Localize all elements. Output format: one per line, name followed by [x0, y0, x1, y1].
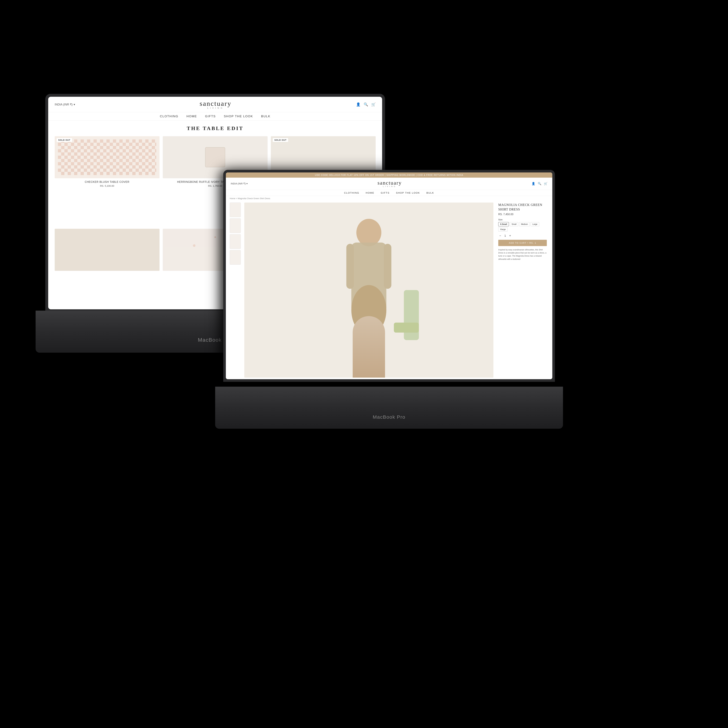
svg-rect-7: [394, 323, 419, 333]
front-region-selector[interactable]: INDIA (INR ₹) ▾: [231, 182, 248, 185]
back-laptop-shadow: [20, 479, 375, 492]
front-nav-gifts[interactable]: GIFTS: [381, 191, 390, 194]
search-icon[interactable]: 🔍: [364, 102, 368, 107]
front-screen-frame: USE CODE HELLO10 FOR FLAT 10% OFF ON 1ST…: [223, 170, 555, 382]
nav-shop-the-look[interactable]: SHOP THE LOOK: [224, 115, 253, 118]
front-header-icons: 👤 🔍 🛒: [532, 182, 548, 185]
grid-image: [55, 229, 159, 271]
front-nav-shop-the-look[interactable]: SHOP THE LOOK: [396, 191, 420, 194]
back-header-icons: 👤 🔍 🛒: [356, 102, 376, 107]
back-top-bar: INDIA (INR ₹) ▾ sanctuary LIVING 👤 🔍 🛒: [48, 97, 382, 112]
thumbnail-4[interactable]: [230, 250, 241, 265]
checker-image: [55, 136, 159, 178]
front-base: [215, 387, 563, 429]
cart-icon[interactable]: 🛒: [371, 102, 376, 107]
product-card-4[interactable]: [55, 229, 159, 308]
size-label: Size:: [498, 219, 547, 221]
breadcrumb: Home > Magnolia Check Green Shirt Dress: [226, 196, 552, 201]
front-brand-logo: sanctuary LIVING: [378, 180, 402, 187]
front-nav-clothing[interactable]: CLOTHING: [344, 191, 359, 194]
add-to-cart-button[interactable]: ADD TO CART • RS. 1: [498, 240, 547, 246]
thumbnail-2[interactable]: [230, 219, 241, 233]
sold-out-badge-3: SOLD OUT: [273, 138, 288, 142]
size-xsmall[interactable]: X.Small: [498, 222, 509, 226]
nav-home[interactable]: HOME: [187, 115, 197, 118]
back-brand-logo: sanctuary LIVING: [200, 99, 231, 109]
front-top-bar: INDIA (INR ₹) ▾ sanctuary LIVING 👤 🔍 🛒: [226, 177, 552, 190]
front-cart-icon[interactable]: 🛒: [544, 182, 548, 185]
svg-point-5: [352, 285, 386, 335]
front-screen-content: USE CODE HELLO10 FOR FLAT 10% OFF ON 1ST…: [226, 173, 552, 379]
page-title: THE TABLE EDIT: [48, 121, 382, 135]
chevron-down-icon-front: ▾: [246, 182, 248, 185]
front-laptop-shadow: [210, 523, 566, 535]
product-detail-title: MAGNOLIA CHECK GREEN SHIRT DRESS: [498, 203, 547, 212]
promo-bar: USE CODE HELLO10 FOR FLAT 10% OFF ON 1ST…: [226, 173, 552, 177]
thumbnail-3[interactable]: [230, 234, 241, 249]
svg-rect-6: [404, 290, 419, 340]
product-detail-price: RS. 7,450.00: [498, 213, 547, 216]
qty-increase-button[interactable]: +: [508, 234, 512, 237]
sold-out-badge-1: SOLD OUT: [57, 138, 72, 142]
thumbnail-strip: [230, 203, 241, 378]
qty-value: 1: [505, 234, 506, 237]
front-account-icon[interactable]: 👤: [532, 182, 535, 185]
quantity-row: − 1 +: [498, 234, 547, 237]
product-price-1: RS. 5,100.00: [55, 184, 159, 187]
size-small[interactable]: Small: [510, 222, 518, 226]
front-website: USE CODE HELLO10 FOR FLAT 10% OFF ON 1ST…: [226, 173, 552, 379]
back-region-selector[interactable]: INDIA (INR ₹) ▾: [55, 103, 75, 106]
size-xlarge[interactable]: Xlarge: [498, 227, 508, 231]
product-image-1: SOLD OUT: [55, 136, 159, 178]
scene: INDIA (INR ₹) ▾ sanctuary LIVING 👤 🔍 🛒: [0, 0, 728, 728]
product-info-panel: MAGNOLIA CHECK GREEN SHIRT DRESS RS. 7,4…: [497, 203, 548, 378]
account-icon[interactable]: 👤: [356, 102, 361, 107]
qty-decrease-button[interactable]: −: [498, 234, 502, 237]
front-nav: CLOTHING HOME GIFTS SHOP THE LOOK BULK: [226, 190, 552, 196]
nav-bulk[interactable]: BULK: [261, 115, 271, 118]
svg-rect-3: [346, 244, 354, 289]
nav-gifts[interactable]: GIFTS: [205, 115, 216, 118]
product-card-1[interactable]: SOLD OUT CHECKER BLUSH TABLE COVER RS. 5…: [55, 136, 159, 225]
product-detail: MAGNOLIA CHECK GREEN SHIRT DRESS RS. 7,4…: [226, 201, 552, 379]
front-nav-bulk[interactable]: BULK: [427, 191, 434, 194]
product-description: Inspired by easy scandinavian silhouette…: [498, 248, 547, 261]
product-image-4: [55, 229, 159, 271]
back-nav: CLOTHING HOME GIFTS SHOP THE LOOK BULK: [48, 112, 382, 121]
size-options: X.Small Small Medium Large Xlarge: [498, 222, 547, 231]
thumbnail-1[interactable]: [230, 203, 241, 217]
size-large[interactable]: Large: [531, 222, 539, 226]
main-product-image: [244, 203, 493, 378]
nav-clothing[interactable]: CLOTHING: [160, 115, 178, 118]
front-search-icon[interactable]: 🔍: [538, 182, 541, 185]
size-medium[interactable]: Medium: [519, 222, 530, 226]
front-laptop: USE CODE HELLO10 FOR FLAT 10% OFF ON 1ST…: [223, 170, 555, 429]
front-nav-home[interactable]: HOME: [366, 191, 374, 194]
svg-rect-4: [384, 244, 392, 289]
svg-point-1: [356, 219, 381, 246]
product-name-1: CHECKER BLUSH TABLE COVER: [55, 180, 159, 184]
chevron-down-icon: ▾: [73, 103, 75, 106]
product-info-1: CHECKER BLUSH TABLE COVER RS. 5,100.00: [55, 178, 159, 188]
